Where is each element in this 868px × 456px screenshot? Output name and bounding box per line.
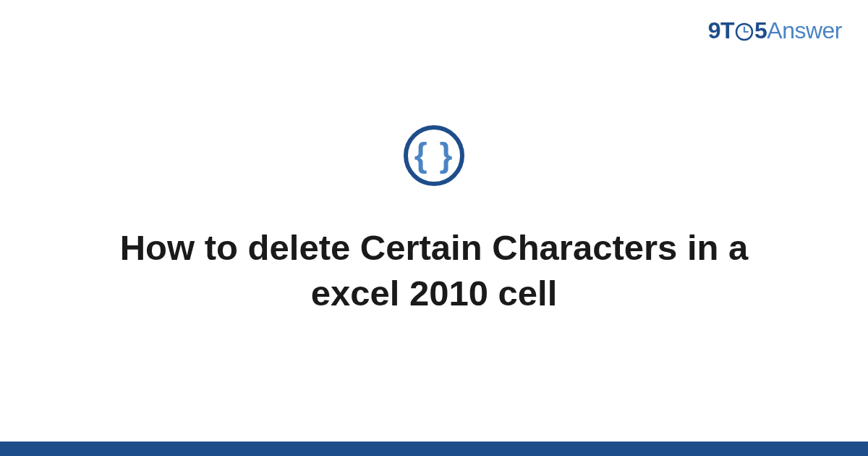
footer-bar [0,442,868,456]
main-content: { } How to delete Certain Characters in … [0,0,868,442]
category-icon-circle: { } [404,125,464,186]
page-title: How to delete Certain Characters in a ex… [65,225,803,316]
code-braces-icon: { } [414,138,454,172]
